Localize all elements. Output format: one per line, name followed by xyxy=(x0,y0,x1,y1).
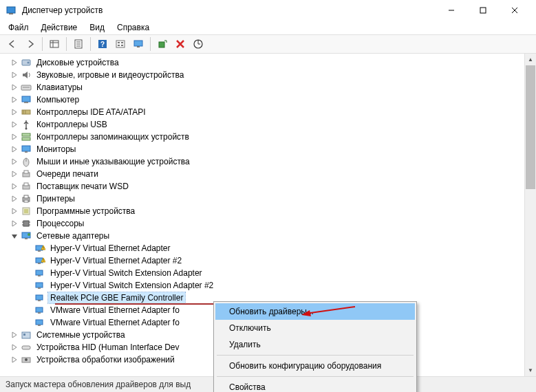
view-small-button[interactable] xyxy=(112,36,129,52)
tree-node[interactable]: Клавиатуры xyxy=(8,81,536,94)
tree-node[interactable]: Звуковые, игровые и видеоустройства xyxy=(8,69,536,81)
svg-rect-45 xyxy=(24,195,28,198)
printer-icon xyxy=(21,193,32,204)
svg-rect-71 xyxy=(36,307,43,312)
svg-rect-49 xyxy=(23,221,29,226)
scroll-down-icon[interactable]: ▼ xyxy=(525,364,536,376)
context-menu-item[interactable]: Свойства xyxy=(215,379,415,392)
svg-rect-17 xyxy=(121,42,123,43)
chevron-right-icon[interactable] xyxy=(10,70,19,80)
chevron-right-icon[interactable] xyxy=(10,83,19,92)
chevron-right-icon[interactable] xyxy=(10,132,19,142)
print-queue-icon xyxy=(21,181,32,192)
chevron-right-icon[interactable] xyxy=(10,330,19,340)
tree-node[interactable]: Hyper-V Virtual Switch Extension Adapter xyxy=(22,267,536,279)
menu-action[interactable]: Действие xyxy=(36,21,83,34)
tree-node[interactable]: Поставщик печати WSD xyxy=(8,180,536,193)
tree-node[interactable]: Очереди печати xyxy=(8,168,536,180)
tree-node[interactable]: Дисковые устройства xyxy=(8,56,536,69)
scroll-up-icon[interactable]: ▲ xyxy=(525,54,536,65)
tree-node[interactable]: !Hyper-V Virtual Ethernet Adapter xyxy=(22,242,536,254)
context-menu-item[interactable]: Отключить xyxy=(215,320,415,336)
chevron-right-icon[interactable] xyxy=(10,219,19,228)
forward-button[interactable] xyxy=(22,36,39,52)
tree-node[interactable]: !Hyper-V Virtual Ethernet Adapter #2 xyxy=(22,254,536,267)
tree-node[interactable]: Контроллеры IDE ATA/ATAPI xyxy=(8,106,536,118)
svg-point-25 xyxy=(28,62,30,64)
maximize-button[interactable] xyxy=(467,0,499,21)
chevron-right-icon[interactable] xyxy=(10,95,19,105)
tree-node[interactable]: Процессоры xyxy=(8,217,536,230)
chevron-right-icon[interactable] xyxy=(10,342,19,352)
svg-rect-65 xyxy=(36,270,43,275)
close-button[interactable] xyxy=(499,0,530,21)
expander-placeholder xyxy=(23,268,33,278)
chevron-right-icon[interactable] xyxy=(10,107,19,117)
context-menu-item[interactable]: Обновить драйверы... xyxy=(215,303,415,320)
view-monitor-button[interactable] xyxy=(130,36,147,52)
scan-hardware-button[interactable] xyxy=(154,36,171,52)
uninstall-button[interactable] xyxy=(172,36,189,52)
chevron-right-icon[interactable] xyxy=(10,169,19,179)
scroll-thumb[interactable] xyxy=(526,65,535,189)
chevron-right-icon[interactable] xyxy=(10,194,19,204)
chevron-right-icon[interactable] xyxy=(10,58,19,67)
imaging-icon xyxy=(21,354,32,365)
tree-node[interactable]: Контроллеры запоминающих устройств xyxy=(8,131,536,143)
svg-rect-58 xyxy=(38,250,41,252)
net-adapter-icon xyxy=(34,268,45,279)
svg-rect-66 xyxy=(38,275,41,276)
net-adapter-icon: ! xyxy=(34,255,45,266)
context-menu-item[interactable]: Удалить xyxy=(215,336,415,353)
chevron-right-icon[interactable] xyxy=(10,157,19,166)
tree-node[interactable]: Программные устройства xyxy=(8,205,536,217)
chevron-down-icon[interactable] xyxy=(10,231,19,241)
toolbar: ? xyxy=(0,34,536,54)
chevron-right-icon[interactable] xyxy=(10,144,19,154)
tree-node[interactable]: Принтеры xyxy=(8,193,536,205)
menu-file[interactable]: Файл xyxy=(3,21,34,34)
svg-point-79 xyxy=(25,358,28,361)
monitor-icon xyxy=(21,144,32,155)
net-adapter-icon: ! xyxy=(34,243,45,254)
audio-icon xyxy=(21,69,32,80)
chevron-right-icon[interactable] xyxy=(10,120,19,129)
properties-button[interactable] xyxy=(70,36,87,52)
tree-node[interactable]: Сетевые адаптеры xyxy=(8,230,536,242)
context-menu-item[interactable]: Обновить конфигурацию оборудования xyxy=(215,358,415,374)
tree-node[interactable]: Компьютер xyxy=(8,94,536,106)
update-driver-button[interactable] xyxy=(190,36,206,52)
tree-node-label: Мыши и иные указывающие устройства xyxy=(34,156,192,167)
tree-node-label: Компьютер xyxy=(34,94,81,105)
svg-rect-21 xyxy=(137,46,140,47)
vertical-scrollbar[interactable]: ▲ ▼ xyxy=(524,54,536,376)
svg-rect-74 xyxy=(38,325,41,326)
tree-node-label: Устройства HID (Human Interface Dev xyxy=(34,342,182,353)
tree-node[interactable]: Мониторы xyxy=(8,143,536,155)
svg-point-33 xyxy=(25,128,28,130)
tree-node[interactable]: Hyper-V Virtual Switch Extension Adapter… xyxy=(22,279,536,292)
back-button[interactable] xyxy=(4,36,21,52)
tree-node-label: Hyper-V Virtual Ethernet Adapter #2 xyxy=(48,255,184,266)
tree-node-label: Звуковые, игровые и видеоустройства xyxy=(34,69,186,80)
svg-rect-22 xyxy=(159,42,164,47)
window-controls xyxy=(436,0,530,21)
svg-rect-3 xyxy=(480,8,486,13)
chevron-right-icon[interactable] xyxy=(10,355,19,364)
tree-node[interactable]: Контроллеры USB xyxy=(8,118,536,131)
menubar: Файл Действие Вид Справка xyxy=(0,21,536,34)
minimize-button[interactable] xyxy=(436,0,467,21)
menu-view[interactable]: Вид xyxy=(84,21,110,34)
chevron-right-icon[interactable] xyxy=(10,206,19,216)
status-text: Запуск мастера обновления драйверов для … xyxy=(6,380,191,389)
toolbar-separator xyxy=(42,37,43,51)
net-adapter-icon xyxy=(34,317,45,328)
tree-node[interactable]: Мыши и иные указывающие устройства xyxy=(8,155,536,168)
tree-node-label: Принтеры xyxy=(34,193,77,204)
menu-help[interactable]: Справка xyxy=(111,21,155,34)
show-hidden-button[interactable] xyxy=(46,36,63,52)
expander-placeholder xyxy=(23,281,33,290)
chevron-right-icon[interactable] xyxy=(10,182,19,191)
tree-node-label: Мониторы xyxy=(34,144,78,155)
help-button[interactable]: ? xyxy=(94,36,111,52)
